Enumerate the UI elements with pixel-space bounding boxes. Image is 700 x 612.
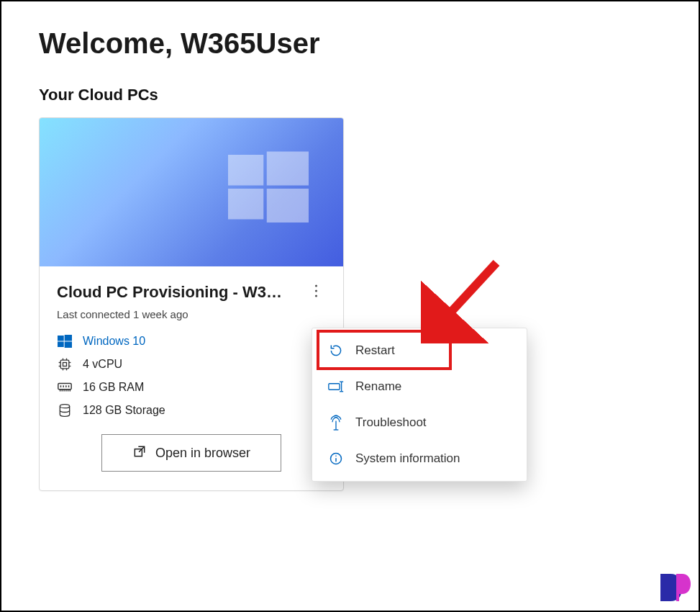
open-in-browser-button[interactable]: Open in browser xyxy=(101,434,281,472)
context-menu: Restart Rename Troubleshoot System infor… xyxy=(312,328,527,482)
svg-rect-2 xyxy=(228,189,263,220)
cpu-icon xyxy=(57,356,73,372)
storage-icon xyxy=(57,402,73,418)
svg-point-6 xyxy=(314,294,317,297)
svg-rect-7 xyxy=(58,336,64,341)
brand-logo-icon xyxy=(654,567,694,608)
card-hero xyxy=(40,118,343,266)
storage-label: 128 GB Storage xyxy=(83,404,165,417)
ram-spec: 16 GB RAM xyxy=(57,379,326,395)
svg-rect-21 xyxy=(58,384,71,390)
welcome-heading: Welcome, W365User xyxy=(39,27,678,60)
svg-rect-10 xyxy=(65,342,72,348)
svg-point-43 xyxy=(335,455,337,456)
ram-label: 16 GB RAM xyxy=(83,381,144,394)
rename-icon xyxy=(328,379,344,395)
last-connected-text: Last connected 1 week ago xyxy=(57,308,326,320)
card-title-row: Cloud PC Provisioning - W3… xyxy=(57,282,326,302)
svg-rect-11 xyxy=(60,360,69,369)
svg-rect-12 xyxy=(63,363,67,366)
svg-rect-0 xyxy=(228,155,263,186)
menu-restart[interactable]: Restart xyxy=(312,333,527,369)
svg-rect-9 xyxy=(58,342,64,348)
ram-icon xyxy=(57,379,73,395)
open-external-icon xyxy=(132,444,147,462)
menu-troubleshoot-label: Troubleshoot xyxy=(355,415,427,430)
menu-restart-label: Restart xyxy=(355,343,395,358)
more-vertical-icon xyxy=(314,284,318,301)
cloud-pc-card: Cloud PC Provisioning - W3… Last connect… xyxy=(39,117,344,491)
svg-point-5 xyxy=(314,289,317,292)
section-title: Your Cloud PCs xyxy=(39,86,678,104)
svg-point-32 xyxy=(60,405,69,408)
info-icon xyxy=(328,451,344,467)
card-title: Cloud PC Provisioning - W3… xyxy=(57,283,300,302)
menu-system-info[interactable]: System information xyxy=(312,441,527,477)
svg-point-4 xyxy=(314,284,317,287)
svg-rect-35 xyxy=(329,384,340,390)
menu-rename-label: Rename xyxy=(355,379,401,394)
card-body: Cloud PC Provisioning - W3… Last connect… xyxy=(40,266,343,490)
troubleshoot-icon xyxy=(328,415,344,431)
more-options-button[interactable] xyxy=(306,282,326,302)
cpu-spec: 4 vCPU xyxy=(57,356,326,372)
svg-rect-1 xyxy=(267,151,309,185)
menu-troubleshoot[interactable]: Troubleshoot xyxy=(312,405,527,441)
menu-rename[interactable]: Rename xyxy=(312,369,527,405)
svg-rect-8 xyxy=(65,335,72,341)
windows-logo-icon xyxy=(228,148,309,229)
storage-spec: 128 GB Storage xyxy=(57,402,326,418)
open-button-label: Open in browser xyxy=(155,446,250,461)
cpu-label: 4 vCPU xyxy=(83,358,122,371)
windows-icon xyxy=(57,333,73,349)
svg-rect-3 xyxy=(267,189,309,222)
menu-system-info-label: System information xyxy=(355,451,460,466)
os-link[interactable]: Windows 10 xyxy=(57,333,326,349)
os-label: Windows 10 xyxy=(83,335,145,348)
restart-icon xyxy=(328,343,344,359)
